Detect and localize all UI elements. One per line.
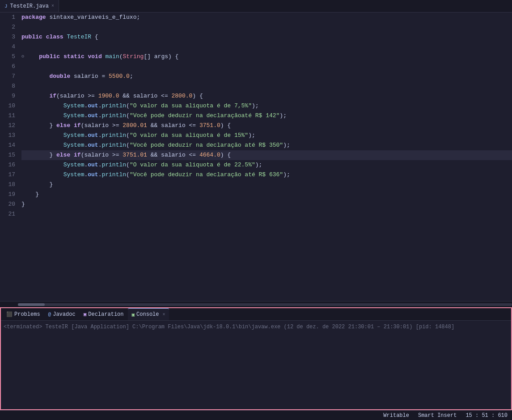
code-token: "O valor da sua aliquota é de 7,5%" <box>130 101 252 111</box>
console-close-button[interactable]: × <box>163 312 165 317</box>
code-token: if <box>74 150 81 160</box>
status-writable: Writable <box>383 412 409 419</box>
code-token <box>25 52 39 62</box>
code-token: ( <box>126 140 130 150</box>
code-token: System <box>63 140 85 150</box>
code-token: 3751.0 <box>199 121 220 131</box>
declaration-tab-icon: ▣ <box>84 311 87 317</box>
code-token: . <box>84 111 88 121</box>
status-position: 15 : 51 : 610 <box>465 412 508 419</box>
code-line: package sintaxe_variaveis_e_fluxo; <box>21 13 512 22</box>
code-line: } <box>21 199 512 209</box>
code-token: public <box>39 52 60 62</box>
code-line: System.out.println("O valor da sua aliqu… <box>21 101 512 111</box>
code-token: main <box>106 52 119 62</box>
code-line: System.out.println("O valor da sua aliqu… <box>21 131 512 140</box>
code-area[interactable]: package sintaxe_variaveis_e_fluxo; publi… <box>20 13 512 301</box>
code-token: . <box>98 170 102 180</box>
code-token: . <box>84 160 88 170</box>
panel-tab-declaration[interactable]: ▣Declaration <box>80 308 127 320</box>
panel-tab-console[interactable]: ▣Console× <box>128 308 169 320</box>
code-token <box>21 140 63 150</box>
code-token <box>70 150 74 160</box>
problems-tab-icon: ⬛ <box>6 311 13 317</box>
code-token: ); <box>279 111 287 121</box>
panel-content: <terminated> TesteIR [Java Application] … <box>1 321 511 409</box>
status-bar: Writable Smart Insert 15 : 51 : 610 <box>0 410 512 420</box>
editor-tab[interactable]: J TesteIR.java × <box>0 0 59 12</box>
code-token: && salario <= <box>147 121 199 131</box>
code-token: (salario >= <box>81 121 123 131</box>
line-numbers: 123456789101112131415161718192021 <box>4 13 20 301</box>
code-token <box>21 101 63 111</box>
code-token: out <box>88 160 98 170</box>
code-line: System.out.println("Você pode deduzir na… <box>21 140 512 150</box>
code-token <box>42 32 46 42</box>
code-token: "Você pode deduzir na declaraçãoaté R$ 1… <box>130 111 279 121</box>
code-token <box>21 72 49 81</box>
tab-filename: TesteIR.java <box>10 3 49 9</box>
code-line <box>21 81 512 91</box>
code-token: ( <box>119 52 123 62</box>
panel-tabs: ⬛Problems@Javadoc▣Declaration▣Console× <box>1 308 511 321</box>
code-line <box>21 42 512 52</box>
tab-close-button[interactable]: × <box>51 4 54 8</box>
code-token: ) { <box>220 121 231 131</box>
code-line: System.out.println("Você pode deduzir na… <box>21 111 512 121</box>
code-token: println <box>102 170 126 180</box>
code-token: ( <box>126 111 130 121</box>
h-scrollbar-thumb[interactable] <box>18 303 45 306</box>
code-token: ); <box>248 131 255 140</box>
code-token: println <box>102 111 126 121</box>
code-token <box>102 52 106 62</box>
code-token: else <box>56 121 70 131</box>
console-output: <terminated> TesteIR [Java Application] … <box>4 322 508 331</box>
code-token: [] args) { <box>144 52 178 62</box>
code-token: "O valor da sua aliquota é de 22.5%" <box>130 160 255 170</box>
code-token: . <box>98 111 102 121</box>
code-line <box>21 22 512 32</box>
horizontal-scrollbar-area <box>0 301 512 307</box>
code-line: if(salario >= 1900.0 && salario <= 2800.… <box>21 91 512 101</box>
code-token: } <box>21 180 53 190</box>
panel-tab-problems[interactable]: ⬛Problems <box>3 308 44 320</box>
code-token: System <box>63 131 85 140</box>
code-token: 2800.01 <box>123 121 147 131</box>
code-token: } <box>21 190 39 199</box>
h-scrollbar-track[interactable] <box>18 303 512 306</box>
code-token: public <box>21 32 42 42</box>
code-token: } <box>21 150 56 160</box>
status-smart-insert: Smart Insert <box>418 412 457 419</box>
code-token: out <box>88 101 98 111</box>
code-token: println <box>102 140 126 150</box>
code-token <box>85 52 88 62</box>
code-token: "Você pode deduzir na declaração até R$ … <box>130 170 283 180</box>
collapse-indicator[interactable]: ⊖ <box>21 52 24 62</box>
code-token: } <box>21 199 25 209</box>
panel-tab-javadoc[interactable]: @Javadoc <box>45 308 79 320</box>
code-token: out <box>88 131 98 140</box>
code-token: 2800.0 <box>172 91 193 101</box>
code-token <box>60 52 63 62</box>
code-token: System <box>63 101 85 111</box>
code-token: ( <box>126 101 130 111</box>
code-token: ); <box>283 140 290 150</box>
code-token <box>70 121 74 131</box>
code-token: 5500.0 <box>109 72 130 81</box>
code-line <box>21 209 512 219</box>
code-token: ( <box>126 131 130 140</box>
code-token: static <box>63 52 85 62</box>
code-token: (salario >= <box>81 150 123 160</box>
code-token: 3751.01 <box>123 150 147 160</box>
code-line: System.out.println("Você pode deduzir na… <box>21 170 512 180</box>
code-token <box>63 32 67 42</box>
editor-area: 123456789101112131415161718192021 packag… <box>0 13 512 301</box>
code-token <box>21 131 63 140</box>
code-token: "Você pode deduzir na declaração até R$ … <box>130 140 283 150</box>
code-line: double salario = 5500.0; <box>21 72 512 81</box>
code-line <box>21 62 512 72</box>
javadoc-tab-icon: @ <box>48 312 51 317</box>
code-token: if <box>74 121 81 131</box>
code-token: { <box>91 32 98 42</box>
code-token: ( <box>126 160 130 170</box>
